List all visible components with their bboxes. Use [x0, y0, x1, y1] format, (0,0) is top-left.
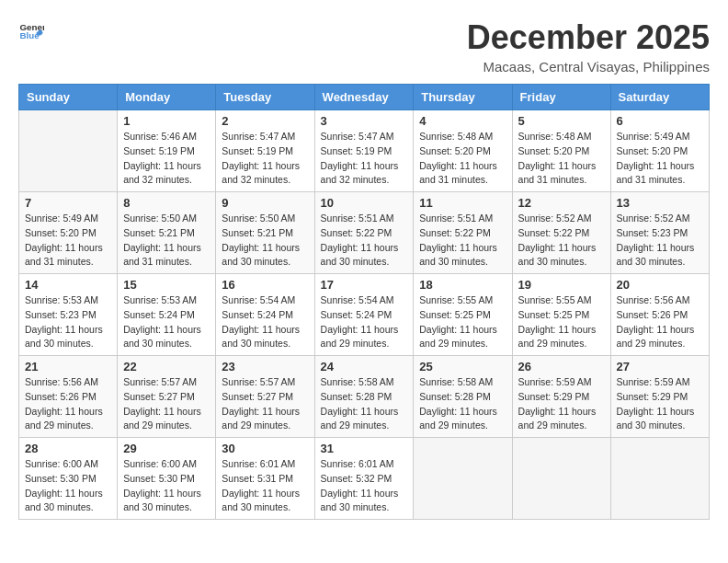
page-header: General Blue December 2025 Macaas, Centr…: [18, 18, 710, 75]
calendar-week-row: 7Sunrise: 5:49 AMSunset: 5:20 PMDaylight…: [19, 192, 710, 274]
day-number: 9: [222, 196, 308, 210]
calendar-cell: 28Sunrise: 6:00 AMSunset: 5:30 PMDayligh…: [19, 438, 118, 520]
day-detail: Sunrise: 5:48 AMSunset: 5:20 PMDaylight:…: [518, 130, 605, 188]
day-detail: Sunrise: 6:00 AMSunset: 5:30 PMDaylight:…: [25, 457, 111, 515]
calendar-cell: 26Sunrise: 5:59 AMSunset: 5:29 PMDayligh…: [512, 356, 610, 438]
calendar-cell: 5Sunrise: 5:48 AMSunset: 5:20 PMDaylight…: [512, 110, 610, 192]
day-number: 30: [222, 442, 308, 455]
calendar-cell: 23Sunrise: 5:57 AMSunset: 5:27 PMDayligh…: [216, 356, 314, 438]
calendar-cell: 1Sunrise: 5:46 AMSunset: 5:19 PMDaylight…: [118, 110, 216, 192]
calendar-cell: 31Sunrise: 6:01 AMSunset: 5:32 PMDayligh…: [314, 438, 414, 520]
day-detail: Sunrise: 5:55 AMSunset: 5:25 PMDaylight:…: [518, 293, 605, 351]
day-number: 12: [518, 196, 605, 210]
day-detail: Sunrise: 5:50 AMSunset: 5:21 PMDaylight:…: [222, 212, 308, 270]
day-number: 29: [123, 442, 210, 455]
day-number: 26: [518, 360, 605, 373]
title-block: December 2025 Macaas, Central Visayas, P…: [467, 18, 710, 75]
svg-text:Blue: Blue: [19, 30, 40, 40]
calendar-cell: 27Sunrise: 5:59 AMSunset: 5:29 PMDayligh…: [610, 356, 709, 438]
day-detail: Sunrise: 6:00 AMSunset: 5:30 PMDaylight:…: [123, 457, 210, 515]
header-thursday: Thursday: [414, 85, 512, 110]
day-number: 1: [123, 114, 210, 128]
calendar-week-row: 28Sunrise: 6:00 AMSunset: 5:30 PMDayligh…: [19, 438, 710, 520]
calendar-table: Sunday Monday Tuesday Wednesday Thursday…: [18, 84, 710, 520]
day-number: 27: [617, 360, 703, 373]
logo: General Blue: [18, 18, 44, 44]
day-detail: Sunrise: 5:46 AMSunset: 5:19 PMDaylight:…: [123, 130, 210, 188]
calendar-cell: 4Sunrise: 5:48 AMSunset: 5:20 PMDaylight…: [414, 110, 512, 192]
day-detail: Sunrise: 5:58 AMSunset: 5:28 PMDaylight:…: [321, 375, 408, 433]
day-detail: Sunrise: 5:58 AMSunset: 5:28 PMDaylight:…: [419, 375, 506, 433]
day-detail: Sunrise: 5:53 AMSunset: 5:23 PMDaylight:…: [25, 293, 111, 351]
day-number: 22: [123, 360, 210, 373]
day-number: 20: [617, 278, 703, 292]
day-detail: Sunrise: 5:53 AMSunset: 5:24 PMDaylight:…: [123, 293, 210, 351]
day-number: 16: [222, 278, 308, 292]
day-detail: Sunrise: 5:47 AMSunset: 5:19 PMDaylight:…: [222, 130, 308, 188]
day-detail: Sunrise: 5:59 AMSunset: 5:29 PMDaylight:…: [518, 375, 605, 433]
day-number: 11: [419, 196, 506, 210]
day-number: 25: [419, 360, 506, 373]
day-number: 21: [25, 360, 111, 373]
calendar-cell: 17Sunrise: 5:54 AMSunset: 5:24 PMDayligh…: [314, 274, 414, 356]
calendar-cell: [414, 438, 512, 520]
calendar-week-row: 14Sunrise: 5:53 AMSunset: 5:23 PMDayligh…: [19, 274, 710, 356]
day-number: 31: [321, 442, 408, 455]
day-detail: Sunrise: 6:01 AMSunset: 5:32 PMDaylight:…: [321, 457, 408, 515]
calendar-cell: 25Sunrise: 5:58 AMSunset: 5:28 PMDayligh…: [414, 356, 512, 438]
day-number: 5: [518, 114, 605, 128]
day-number: 8: [123, 196, 210, 210]
header-friday: Friday: [512, 85, 610, 110]
calendar-cell: 8Sunrise: 5:50 AMSunset: 5:21 PMDaylight…: [118, 192, 216, 274]
day-detail: Sunrise: 5:51 AMSunset: 5:22 PMDaylight:…: [321, 212, 408, 270]
day-number: 18: [419, 278, 506, 292]
calendar-cell: 13Sunrise: 5:52 AMSunset: 5:23 PMDayligh…: [610, 192, 709, 274]
logo-icon: General Blue: [18, 18, 44, 44]
calendar-cell: 10Sunrise: 5:51 AMSunset: 5:22 PMDayligh…: [314, 192, 414, 274]
calendar-cell: 15Sunrise: 5:53 AMSunset: 5:24 PMDayligh…: [118, 274, 216, 356]
day-number: 10: [321, 196, 408, 210]
day-detail: Sunrise: 5:56 AMSunset: 5:26 PMDaylight:…: [617, 293, 703, 351]
calendar-cell: 18Sunrise: 5:55 AMSunset: 5:25 PMDayligh…: [414, 274, 512, 356]
calendar-cell: 21Sunrise: 5:56 AMSunset: 5:26 PMDayligh…: [19, 356, 118, 438]
day-number: 6: [617, 114, 703, 128]
day-detail: Sunrise: 5:55 AMSunset: 5:25 PMDaylight:…: [419, 293, 506, 351]
calendar-cell: 6Sunrise: 5:49 AMSunset: 5:20 PMDaylight…: [610, 110, 709, 192]
day-number: 2: [222, 114, 308, 128]
calendar-cell: [610, 438, 709, 520]
header-wednesday: Wednesday: [314, 85, 414, 110]
day-detail: Sunrise: 5:47 AMSunset: 5:19 PMDaylight:…: [321, 130, 408, 188]
calendar-cell: 16Sunrise: 5:54 AMSunset: 5:24 PMDayligh…: [216, 274, 314, 356]
calendar-cell: 29Sunrise: 6:00 AMSunset: 5:30 PMDayligh…: [118, 438, 216, 520]
calendar-cell: 22Sunrise: 5:57 AMSunset: 5:27 PMDayligh…: [118, 356, 216, 438]
day-number: 13: [617, 196, 703, 210]
day-number: 24: [321, 360, 408, 373]
day-number: 7: [25, 196, 111, 210]
calendar-header-row: Sunday Monday Tuesday Wednesday Thursday…: [19, 85, 710, 110]
calendar-cell: [512, 438, 610, 520]
day-number: 17: [321, 278, 408, 292]
header-sunday: Sunday: [19, 85, 118, 110]
calendar-cell: 3Sunrise: 5:47 AMSunset: 5:19 PMDaylight…: [314, 110, 414, 192]
calendar-week-row: 21Sunrise: 5:56 AMSunset: 5:26 PMDayligh…: [19, 356, 710, 438]
day-number: 14: [25, 278, 111, 292]
calendar-cell: 7Sunrise: 5:49 AMSunset: 5:20 PMDaylight…: [19, 192, 118, 274]
day-number: 19: [518, 278, 605, 292]
calendar-cell: 30Sunrise: 6:01 AMSunset: 5:31 PMDayligh…: [216, 438, 314, 520]
header-saturday: Saturday: [610, 85, 709, 110]
day-detail: Sunrise: 5:52 AMSunset: 5:22 PMDaylight:…: [518, 212, 605, 270]
calendar-cell: 2Sunrise: 5:47 AMSunset: 5:19 PMDaylight…: [216, 110, 314, 192]
day-detail: Sunrise: 5:51 AMSunset: 5:22 PMDaylight:…: [419, 212, 506, 270]
day-detail: Sunrise: 5:48 AMSunset: 5:20 PMDaylight:…: [419, 130, 506, 188]
day-number: 4: [419, 114, 506, 128]
month-title: December 2025: [467, 18, 710, 57]
calendar-cell: 19Sunrise: 5:55 AMSunset: 5:25 PMDayligh…: [512, 274, 610, 356]
calendar-week-row: 1Sunrise: 5:46 AMSunset: 5:19 PMDaylight…: [19, 110, 710, 192]
header-monday: Monday: [118, 85, 216, 110]
day-detail: Sunrise: 5:52 AMSunset: 5:23 PMDaylight:…: [617, 212, 703, 270]
calendar-cell: 20Sunrise: 5:56 AMSunset: 5:26 PMDayligh…: [610, 274, 709, 356]
location-title: Macaas, Central Visayas, Philippines: [467, 59, 710, 75]
day-detail: Sunrise: 6:01 AMSunset: 5:31 PMDaylight:…: [222, 457, 308, 515]
day-number: 23: [222, 360, 308, 373]
day-number: 28: [25, 442, 111, 455]
